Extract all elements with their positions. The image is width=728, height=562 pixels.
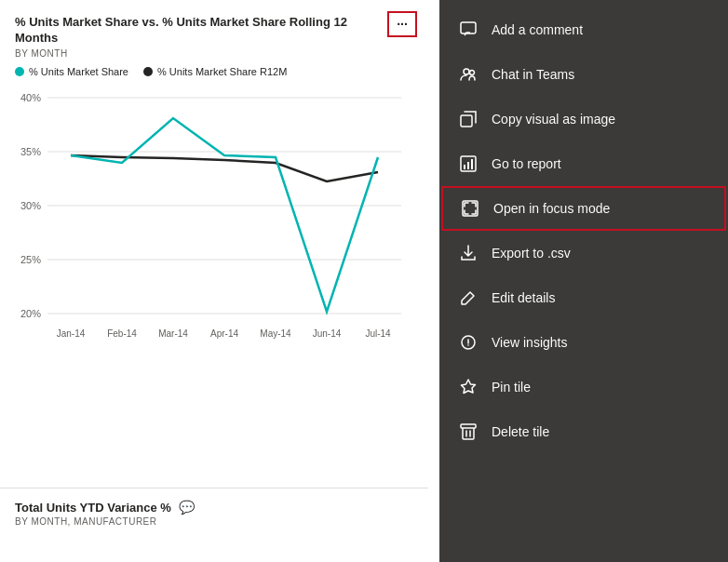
line-chart: 40% 35% 30% 25% 20% Jan-14 Feb-: [15, 81, 406, 416]
menu-item-add-comment[interactable]: Add a comment: [439, 7, 728, 52]
bottom-card: Total Units YTD Variance % 💬 BY MONTH, M…: [0, 488, 428, 562]
chart-subtitle: BY MONTH: [15, 48, 413, 59]
chart-legend: % Units Market Share % Units Market Shar…: [15, 66, 413, 77]
bottom-card-title: Total Units YTD Variance % 💬: [15, 500, 413, 515]
svg-rect-17: [461, 22, 476, 33]
menu-item-copy-visual[interactable]: Copy visual as image: [439, 97, 728, 141]
legend-label-1: % Units Market Share: [29, 66, 128, 77]
menu-icon-add-comment: [458, 20, 479, 40]
r12m-line: [71, 155, 378, 181]
menu-label-delete-tile: Delete tile: [492, 424, 549, 439]
menu-icon-edit-details: [458, 288, 479, 308]
menu-icon-pin-tile: [458, 377, 479, 397]
legend-item-2: % Units Market Share R12M: [143, 66, 287, 77]
ellipsis-icon: ···: [397, 17, 408, 32]
menu-label-pin-tile: Pin tile: [492, 380, 531, 395]
svg-text:Mar-14: Mar-14: [158, 328, 188, 339]
svg-text:Jun-14: Jun-14: [313, 328, 342, 339]
menu-item-export-csv[interactable]: Export to .csv: [439, 231, 728, 275]
svg-point-19: [470, 71, 475, 75]
market-share-line: [71, 118, 378, 312]
menu-item-view-insights[interactable]: View insights: [439, 320, 728, 365]
svg-text:Apr-14: Apr-14: [210, 328, 238, 339]
menu-label-export-csv: Export to .csv: [492, 246, 571, 261]
menu-item-delete-tile[interactable]: Delete tile: [439, 409, 728, 454]
svg-point-18: [464, 69, 469, 74]
menu-icon-export-csv: [458, 243, 479, 263]
svg-rect-20: [461, 115, 472, 127]
menu-item-pin-tile[interactable]: Pin tile: [439, 365, 728, 409]
svg-text:30%: 30%: [20, 200, 41, 211]
svg-text:40%: 40%: [20, 92, 41, 103]
bottom-card-subtitle: BY MONTH, MANUFACTURER: [15, 516, 413, 527]
menu-icon-focus-mode: [460, 198, 480, 219]
svg-rect-24: [471, 159, 473, 169]
ellipsis-button[interactable]: ···: [387, 11, 417, 37]
legend-dot-dark: [143, 67, 153, 76]
menu-label-focus-mode: Open in focus mode: [493, 201, 610, 216]
svg-rect-23: [467, 162, 469, 169]
menu-label-edit-details: Edit details: [492, 290, 555, 305]
svg-rect-22: [464, 165, 465, 169]
chart-title: % Units Market Share vs. % Units Market …: [15, 15, 413, 47]
svg-point-27: [467, 344, 469, 346]
bottom-card-title-text: Total Units YTD Variance %: [15, 501, 171, 515]
svg-text:Feb-14: Feb-14: [107, 328, 137, 339]
svg-text:35%: 35%: [20, 146, 41, 157]
menu-item-focus-mode[interactable]: Open in focus mode: [441, 186, 726, 231]
svg-rect-28: [461, 424, 476, 428]
svg-text:25%: 25%: [20, 254, 41, 265]
menu-icon-chat-teams: [458, 64, 479, 85]
menu-label-view-insights: View insights: [492, 335, 567, 350]
menu-icon-view-insights: [458, 332, 479, 353]
chart-area: % Units Market Share vs. % Units Market …: [0, 0, 428, 562]
menu-item-edit-details[interactable]: Edit details: [439, 275, 728, 320]
menu-label-copy-visual: Copy visual as image: [492, 112, 615, 127]
svg-text:20%: 20%: [20, 308, 41, 319]
legend-item-1: % Units Market Share: [15, 66, 128, 77]
svg-text:Jul-14: Jul-14: [365, 328, 391, 339]
legend-dot-teal: [15, 67, 24, 76]
svg-text:Jan-14: Jan-14: [57, 328, 86, 339]
menu-label-add-comment: Add a comment: [492, 22, 583, 37]
menu-icon-delete-tile: [458, 422, 479, 442]
menu-label-chat-teams: Chat in Teams: [492, 67, 574, 82]
main-container: % Units Market Share vs. % Units Market …: [0, 0, 728, 562]
menu-icon-copy-visual: [458, 109, 479, 129]
bottom-card-comment-icon[interactable]: 💬: [179, 500, 195, 515]
menu-item-go-report[interactable]: Go to report: [439, 141, 728, 186]
menu-icon-go-report: [458, 154, 479, 174]
menu-item-chat-teams[interactable]: Chat in Teams: [439, 52, 728, 97]
chart-svg-container: 40% 35% 30% 25% 20% Jan-14 Feb-: [15, 81, 413, 420]
legend-label-2: % Units Market Share R12M: [157, 66, 287, 77]
svg-text:May-14: May-14: [260, 328, 291, 339]
menu-label-go-report: Go to report: [492, 156, 561, 171]
context-menu: Add a commentChat in TeamsCopy visual as…: [439, 0, 728, 562]
